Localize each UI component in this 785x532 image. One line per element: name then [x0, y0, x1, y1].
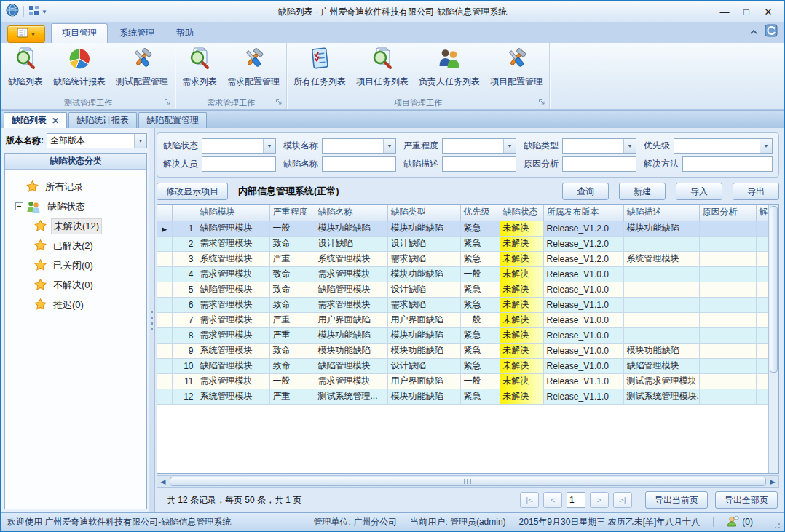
splitter-handle[interactable] — [149, 128, 155, 512]
column-header-5[interactable]: 优先级 — [460, 205, 500, 221]
column-header-3[interactable]: 缺陷名称 — [315, 205, 387, 221]
ribbon-button-1-1[interactable]: 缺陷列表 — [3, 44, 48, 90]
column-header-8[interactable]: 缺陷描述 — [623, 205, 699, 221]
first-page-button[interactable]: |< — [520, 492, 539, 508]
export-current-page-button[interactable]: 导出当前页 — [645, 491, 708, 509]
scroll-left-icon[interactable]: ◀ — [157, 478, 169, 485]
column-header-1[interactable]: 缺陷模块 — [197, 205, 269, 221]
ribbon-button-3-2[interactable]: 项目任务列表 — [351, 44, 414, 90]
table-row[interactable]: 10缺陷管理模块致命缺陷管理模块设计缺陷紧急未解决Release_V1.0.0缺… — [157, 358, 768, 373]
table-row[interactable]: 5缺陷管理模块致命缺陷管理模块设计缺陷紧急未解决Release_V1.0.0 — [157, 282, 768, 297]
modify-columns-button[interactable]: 修改显示项目 — [157, 183, 228, 200]
tree-item-1[interactable]: 所有记录 — [15, 177, 143, 196]
maximize-button[interactable]: □ — [735, 4, 757, 20]
dialog-launcher-icon[interactable] — [275, 98, 283, 107]
quick-access-caret-icon[interactable]: ▼ — [42, 9, 47, 15]
ribbon-button-3-3[interactable]: 负责人任务列表 — [414, 44, 485, 90]
chevron-down-icon[interactable]: ▼ — [134, 134, 146, 148]
search-doc-icon — [187, 47, 212, 74]
layout-grid-icon[interactable] — [28, 5, 39, 19]
query-button[interactable]: 查询 — [562, 183, 609, 200]
ribbon-button-1-3[interactable]: 测试配置管理 — [111, 44, 173, 90]
chevron-down-icon[interactable]: ▼ — [760, 139, 772, 153]
filter-input[interactable] — [683, 158, 772, 172]
ribbon-tab-3[interactable]: 帮助 — [166, 24, 204, 43]
ribbon-button-1-2[interactable]: 缺陷统计报表 — [48, 44, 111, 90]
ribbon-style-icon[interactable] — [765, 24, 778, 40]
pager-row: 共 12 条记录，每页 50 条，共 1 页 |< < > >| 导出当前页 导… — [157, 488, 779, 512]
ribbon-button-3-1[interactable]: 所有任务列表 — [288, 44, 351, 90]
chevron-down-icon[interactable]: ▼ — [263, 139, 275, 153]
tree-item-2[interactable]: 缺陷状态 — [15, 196, 143, 216]
filter-combobox[interactable]: ▼ — [442, 138, 516, 154]
filter-input[interactable] — [443, 158, 516, 172]
table-row[interactable]: 3系统管理模块严重系统管理模块需求缺陷紧急未解决Release_V1.2.0系统… — [157, 251, 768, 266]
column-header-10[interactable]: 解决方法 — [756, 205, 768, 221]
table-row[interactable]: 12系统管理模块严重测试系统管理...模块功能缺陷紧急未解决Release_V1… — [157, 389, 768, 404]
chevron-down-icon[interactable]: ▼ — [383, 139, 395, 153]
column-header-2[interactable]: 严重程度 — [269, 205, 315, 221]
close-button[interactable]: ✕ — [757, 4, 779, 20]
table-row[interactable]: 7需求管理模块严重用户界面缺陷用户界面缺陷一般未解决Release_V1.0.0 — [157, 312, 768, 327]
vertical-scrollbar-thumb[interactable] — [770, 206, 778, 373]
filter-combobox[interactable]: ▼ — [674, 138, 773, 154]
ribbon-tab-1[interactable]: 项目管理 — [51, 23, 108, 43]
last-page-button[interactable]: >| — [613, 492, 632, 508]
cell-优先级: 紧急 — [460, 358, 500, 373]
doc-tab-3[interactable]: 缺陷配置管理 — [138, 112, 207, 128]
doc-tab-1[interactable]: 缺陷列表✕ — [4, 112, 67, 128]
export-all-pages-button[interactable]: 导出全部页 — [715, 491, 778, 509]
filter-combobox[interactable]: ▼ — [562, 138, 636, 154]
filter-input[interactable] — [202, 158, 275, 172]
cell-原因分析 — [699, 343, 756, 358]
chevron-down-icon[interactable]: ▼ — [503, 139, 516, 153]
ribbon-tab-2[interactable]: 系统管理 — [109, 24, 165, 43]
new-button[interactable]: 新建 — [619, 183, 666, 200]
tree-item-6[interactable]: 不解决(0) — [34, 275, 143, 295]
table-row[interactable]: 2需求管理模块致命设计缺陷设计缺陷紧急未解决Release_V1.2.0 — [157, 236, 768, 251]
tree-item-3[interactable]: 未解决(12) — [34, 216, 143, 236]
table-row[interactable]: 11需求管理模块一般需求管理模块用户界面缺陷一般未解决Release_V1.1.… — [157, 373, 768, 389]
tree-item-7[interactable]: 推迟(0) — [34, 295, 143, 314]
app-menu-button[interactable]: ▼ — [7, 25, 45, 43]
column-header-4[interactable]: 缺陷类型 — [387, 205, 460, 221]
person-message-icon[interactable] — [727, 515, 739, 529]
filter-input[interactable] — [563, 158, 636, 172]
filter-combobox[interactable]: ▼ — [322, 138, 396, 154]
table-row[interactable]: 6需求管理模块致命需求管理模块需求缺陷紧急未解决Release_V1.1.0 — [157, 297, 768, 312]
horizontal-scrollbar[interactable]: ◀ ▶ — [157, 475, 779, 488]
page-number-input[interactable] — [567, 492, 585, 508]
export-button[interactable]: 导出 — [733, 183, 779, 200]
column-header-6[interactable]: 缺陷状态 — [500, 205, 543, 221]
filter-input[interactable] — [323, 158, 395, 172]
filter-combobox[interactable]: ▼ — [202, 138, 276, 154]
doc-tab-2[interactable]: 缺陷统计报表 — [68, 112, 137, 128]
tree-item-4[interactable]: 已解决(2) — [34, 236, 143, 255]
column-header-7[interactable]: 所属发布版本 — [543, 205, 623, 221]
dialog-launcher-icon[interactable] — [164, 98, 171, 107]
collapse-ribbon-icon[interactable] — [749, 25, 759, 39]
ribbon: 缺陷列表缺陷统计报表测试配置管理测试管理工作需求列表需求配置管理需求管理工作所有… — [1, 43, 784, 110]
horizontal-scrollbar-thumb[interactable] — [170, 477, 766, 486]
column-header-9[interactable]: 原因分析 — [699, 205, 756, 221]
tree-item-5[interactable]: 已关闭(0) — [34, 255, 143, 275]
scroll-right-icon[interactable]: ▶ — [767, 478, 778, 485]
ribbon-button-2-2[interactable]: 需求配置管理 — [222, 44, 285, 90]
tree-expander-icon[interactable] — [15, 202, 23, 210]
table-row[interactable]: 4需求管理模块致命需求管理模块模块功能缺陷一般未解决Release_V1.0.0 — [157, 266, 768, 282]
next-page-button[interactable]: > — [590, 492, 609, 508]
close-tab-icon[interactable]: ✕ — [52, 116, 59, 126]
chevron-down-icon[interactable]: ▼ — [623, 139, 636, 153]
import-button[interactable]: 导入 — [676, 183, 722, 200]
minimize-button[interactable]: — — [714, 4, 735, 20]
ribbon-button-2-1[interactable]: 需求列表 — [177, 44, 222, 90]
table-row[interactable]: ▶1缺陷管理模块一般模块功能缺陷模块功能缺陷紧急未解决Release_V1.2.… — [157, 221, 768, 236]
vertical-scrollbar[interactable] — [768, 205, 778, 473]
table-row[interactable]: 9系统管理模块致命模块功能缺陷模块功能缺陷紧急未解决Release_V1.0.0… — [157, 343, 768, 358]
prev-page-button[interactable]: < — [543, 492, 562, 508]
ribbon-button-3-4[interactable]: 项目配置管理 — [485, 44, 548, 90]
resize-grip-icon[interactable] — [772, 520, 781, 529]
dialog-launcher-icon[interactable] — [538, 98, 545, 107]
version-combobox[interactable]: 全部版本 ▼ — [47, 133, 147, 148]
table-row[interactable]: 8需求管理模块严重模块功能缺陷模块功能缺陷紧急未解决Release_V1.0.0 — [157, 327, 768, 343]
